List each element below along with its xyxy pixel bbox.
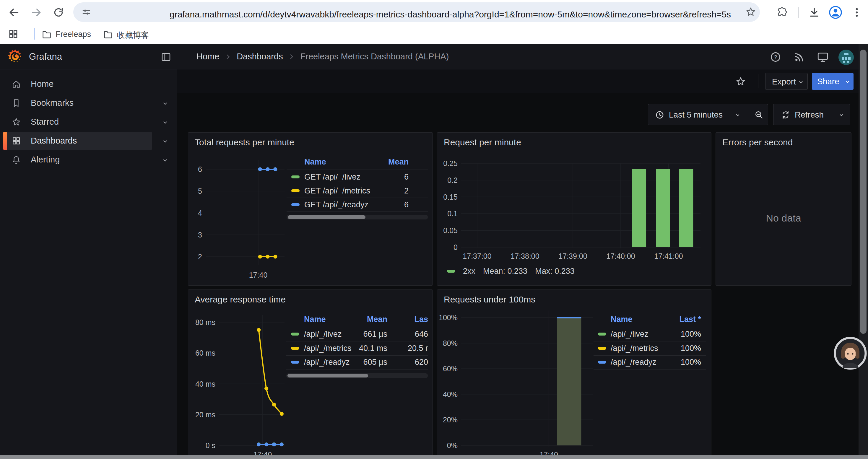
chart-requests-under-100ms[interactable]: 100%80%60%40%20%0%17:40NameLast */api/_/… <box>437 290 711 459</box>
url-bar[interactable]: grafana.mathmast.com/d/deytv4rwavabkb/fr… <box>73 2 760 22</box>
sidebar-item-label: Bookmarks <box>31 98 73 108</box>
chevron-right-icon <box>288 53 296 61</box>
kiosk-monitor-icon[interactable] <box>816 51 829 63</box>
bookmark-icon <box>11 98 21 108</box>
user-avatar[interactable] <box>838 49 855 66</box>
series-point[interactable] <box>272 402 276 406</box>
legend-row-separator <box>286 369 428 369</box>
series-point[interactable] <box>257 328 260 332</box>
y-axis-tick-label: 4 <box>188 208 202 218</box>
chevron-down-icon[interactable] <box>161 119 169 126</box>
news-rss-icon[interactable] <box>793 51 805 63</box>
refresh-button[interactable]: Refresh <box>773 104 832 126</box>
extensions-icon[interactable] <box>777 7 788 18</box>
legend-value: 100% <box>593 344 701 353</box>
sidebar-item-dashboards[interactable]: Dashboards <box>0 132 177 150</box>
url-text[interactable]: grafana.mathmast.com/d/deytv4rwavabkb/fr… <box>169 9 731 20</box>
download-icon[interactable] <box>808 6 820 18</box>
panel-title[interactable]: Errors per second <box>722 137 793 147</box>
legend-row[interactable]: /api/_/readyz100% <box>593 355 706 369</box>
breadcrumb: Home Dashboards Freeleaps Metrics Dashbo… <box>196 52 449 61</box>
y-axis-tick-label: 20 ms <box>188 410 215 419</box>
back-icon[interactable] <box>8 6 20 18</box>
legend-row[interactable]: /api/_/livez100% <box>593 327 706 341</box>
legend-table: NameMeanLas/api/_/livez661 µs646/api/_/m… <box>286 310 428 459</box>
legend-column-header[interactable]: Mean <box>286 157 409 167</box>
x-axis-tick-label: 17:38:00 <box>501 251 549 261</box>
brand-text: Grafana <box>29 52 62 62</box>
legend-row-separator <box>286 169 428 170</box>
sidebar-item-label: Starred <box>31 117 59 127</box>
refresh-icon <box>780 110 790 120</box>
series-point[interactable] <box>257 442 260 446</box>
legend-row[interactable]: /api/_/metrics100% <box>593 341 706 355</box>
assistant-avatar-widget[interactable] <box>834 337 867 370</box>
grafana-logo-icon[interactable] <box>7 48 24 65</box>
chart-request-per-minute[interactable]: 0.250.20.150.10.05017:37:0017:38:0017:39… <box>437 133 711 285</box>
site-info-icon[interactable] <box>82 7 91 17</box>
panel-total-requests-per-minute: Total requests per minute 6543217:40Name… <box>188 132 433 286</box>
legend-inline[interactable]: 2xxMean: 0.233Max: 0.233 <box>447 266 575 276</box>
chart-average-response-time[interactable]: 80 ms60 ms40 ms20 ms0 s17:40NameMeanLas/… <box>188 290 433 459</box>
chart-total-requests[interactable]: 6543217:40NameMeanGET /api/_/livez6GET /… <box>188 133 433 285</box>
forward-icon[interactable] <box>30 6 42 18</box>
series-point[interactable] <box>266 167 270 171</box>
sidebar-item-starred[interactable]: Starred <box>0 113 177 131</box>
legend-column-header[interactable]: Las <box>286 315 428 324</box>
reload-icon[interactable] <box>53 6 64 18</box>
export-button[interactable]: Export <box>765 73 808 90</box>
sidebar-item-bookmarks[interactable]: Bookmarks <box>0 94 177 112</box>
series-point[interactable] <box>266 255 270 259</box>
legend-row[interactable]: GET /api/_/livez6 <box>286 170 428 184</box>
time-range-button[interactable]: Last 5 minutes <box>648 104 749 126</box>
legend-row[interactable]: /api/_/readyz605 µs620 <box>286 355 428 369</box>
share-button[interactable]: Share <box>812 73 854 90</box>
series-point[interactable] <box>258 255 262 259</box>
chevron-down-icon[interactable] <box>161 138 169 145</box>
legend-series-name[interactable]: 2xx <box>463 267 475 276</box>
legend-row[interactable]: /api/_/metrics40.1 ms20.5 r <box>286 341 428 355</box>
series-point[interactable] <box>273 167 277 171</box>
sidebar-item-home[interactable]: Home <box>0 75 177 93</box>
y-axis-tick-label: 0 <box>437 242 458 252</box>
series-point[interactable] <box>280 412 284 416</box>
band-fill[interactable] <box>557 318 582 446</box>
x-axis-tick-label: 17:39:00 <box>549 251 596 261</box>
series-point[interactable] <box>272 442 276 446</box>
favorite-star-icon[interactable] <box>735 76 746 87</box>
time-range-label: Last 5 minutes <box>669 110 723 120</box>
sidebar-item-alerting[interactable]: Alerting <box>0 151 177 169</box>
series-point[interactable] <box>280 442 284 446</box>
bar-2xx[interactable] <box>632 169 646 247</box>
legend-scrollbar-thumb[interactable] <box>287 374 368 378</box>
series-point[interactable] <box>273 255 277 259</box>
page-scrollbar-thumb[interactable] <box>860 50 867 334</box>
chevron-down-icon[interactable] <box>161 100 169 107</box>
legend-scrollbar-thumb[interactable] <box>288 215 366 219</box>
home-icon <box>11 79 21 89</box>
series-point[interactable] <box>265 442 268 446</box>
apps-grid-icon[interactable] <box>8 28 19 40</box>
legend-row[interactable]: GET /api/_/readyz6 <box>286 198 428 211</box>
legend-column-header[interactable]: Last * <box>593 315 701 324</box>
legend-row[interactable]: GET /api/_/metrics2 <box>286 184 428 198</box>
legend-row[interactable]: /api/_/livez661 µs646 <box>286 327 428 341</box>
zoom-out-button[interactable] <box>754 110 764 120</box>
profile-icon[interactable] <box>829 5 843 20</box>
refresh-caret-button[interactable] <box>838 112 845 119</box>
breadcrumb-dashboards[interactable]: Dashboards <box>237 52 283 61</box>
bar-2xx[interactable] <box>656 169 670 247</box>
x-axis-tick-label: 17:40:00 <box>597 251 644 261</box>
bookmark-star-icon[interactable] <box>745 6 756 18</box>
share-caret-button[interactable] <box>844 78 851 85</box>
menu-icon[interactable] <box>851 6 863 18</box>
time-group-divider <box>749 104 749 126</box>
series-point[interactable] <box>265 387 268 391</box>
help-icon[interactable]: ? <box>769 51 782 63</box>
sidebar-collapse-icon[interactable] <box>160 52 172 63</box>
breadcrumb-home[interactable]: Home <box>196 52 219 61</box>
bookmark-label: 收藏博客 <box>117 30 149 40</box>
series-point[interactable] <box>258 167 262 171</box>
chevron-down-icon[interactable] <box>161 157 169 164</box>
bar-2xx[interactable] <box>679 169 693 247</box>
